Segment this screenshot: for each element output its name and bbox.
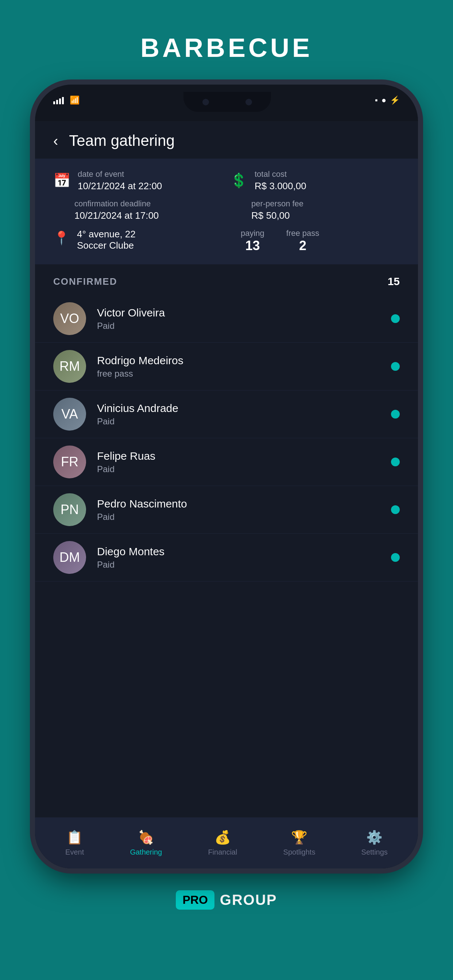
date-text: date of event 10/21/2024 at 22:00 — [78, 170, 223, 192]
list-item[interactable]: FRFelipe RuasPaid — [35, 438, 418, 486]
date-block: 📅 date of event 10/21/2024 at 22:00 — [53, 170, 223, 192]
person-name: Victor Oliveira — [97, 307, 380, 319]
total-cost-block: 💲 total cost R$ 3.000,00 — [230, 170, 400, 192]
phone-frame: 📶 ▪ ● ⚡ ‹ Team gathering 📅 — [35, 84, 418, 869]
back-button[interactable]: ‹ — [53, 134, 58, 148]
avatar: VO — [53, 302, 86, 335]
nav-item-event[interactable]: 📋Event — [65, 830, 84, 856]
person-name: Diego Montes — [97, 546, 380, 558]
speaker — [216, 100, 238, 104]
deadline-label: confirmation deadline — [74, 199, 223, 208]
nav-item-financial[interactable]: 💰Financial — [208, 830, 237, 856]
address-col: 📍 4° avenue, 22 Soccer Clube — [53, 229, 212, 253]
avatar: FR — [53, 445, 86, 478]
date-value: 10/21/2024 at 22:00 — [78, 180, 223, 192]
free-pass-label: free pass — [286, 229, 319, 238]
address-row: 📍 4° avenue, 22 Soccer Clube — [53, 229, 212, 251]
person-info: Pedro NascimentoPaid — [97, 498, 380, 522]
person-info: Rodrigo Medeirosfree pass — [97, 355, 380, 379]
person-status: Paid — [97, 321, 380, 331]
total-cost-col: 💲 total cost R$ 3.000,00 — [230, 170, 400, 192]
nav-icon-gathering: 🍖 — [138, 830, 154, 845]
calendar-icon: 📅 — [53, 172, 70, 188]
branding: PRO GROUP — [176, 890, 277, 910]
screen-content: ‹ Team gathering 📅 date of event 10/21/2… — [35, 121, 418, 869]
person-list: VOVictor OliveiraPaidRMRodrigo Medeirosf… — [35, 295, 418, 818]
avatar: PN — [53, 493, 86, 526]
front-camera — [246, 99, 252, 105]
list-item[interactable]: DMDiego MontesPaid — [35, 534, 418, 582]
address-text: 4° avenue, 22 Soccer Clube — [77, 229, 136, 251]
paying-col-group: paying 13 free pass 2 — [220, 229, 400, 253]
status-dot — [391, 314, 400, 323]
nav-label-settings: Settings — [362, 848, 388, 856]
camera-dot — [203, 99, 209, 105]
battery-icon: ▪ — [375, 95, 378, 105]
event-row-1: 📅 date of event 10/21/2024 at 22:00 💲 to… — [53, 170, 400, 192]
battery-area: ▪ ● ⚡ — [375, 95, 400, 105]
confirmed-header: CONFIRMED 15 — [35, 264, 418, 295]
screen-header: ‹ Team gathering — [35, 121, 418, 159]
list-item[interactable]: VOVictor OliveiraPaid — [35, 295, 418, 343]
event-row-3: 📍 4° avenue, 22 Soccer Clube paying 13 — [53, 229, 400, 253]
list-item[interactable]: VAVinicius AndradePaid — [35, 390, 418, 438]
nav-icon-financial: 💰 — [214, 830, 231, 845]
status-dot — [391, 458, 400, 466]
per-person-col: per-person fee R$ 50,00 — [230, 199, 400, 221]
paying-free-row: paying 13 free pass 2 — [241, 229, 400, 253]
event-row-2: confirmation deadline 10/21/2024 at 17:0… — [53, 199, 400, 221]
person-info: Vinicius AndradePaid — [97, 402, 380, 426]
nav-label-spotlights: Spotlights — [283, 848, 316, 856]
date-label: date of event — [78, 170, 223, 179]
wifi-icon: 📶 — [70, 95, 80, 105]
free-pass-value: 2 — [286, 238, 319, 253]
person-name: Pedro Nascimento — [97, 498, 380, 510]
paying-col: paying 13 — [241, 229, 265, 253]
confirmed-label: CONFIRMED — [53, 276, 117, 287]
person-info: Felipe RuasPaid — [97, 450, 380, 474]
total-cost-value: R$ 3.000,00 — [255, 180, 400, 192]
total-cost-text: total cost R$ 3.000,00 — [255, 170, 400, 192]
avatar: DM — [53, 541, 86, 574]
event-info-block: 📅 date of event 10/21/2024 at 22:00 💲 to… — [35, 159, 418, 264]
per-person-label: per-person fee — [251, 199, 400, 208]
status-dot — [391, 553, 400, 562]
page-title: BARBECUE — [140, 33, 313, 63]
address-line1: 4° avenue, 22 — [77, 229, 136, 240]
status-dot — [391, 362, 400, 371]
free-pass-col: free pass 2 — [286, 229, 319, 253]
list-item[interactable]: RMRodrigo Medeirosfree pass — [35, 343, 418, 390]
person-name: Felipe Ruas — [97, 450, 380, 462]
paying-value: 13 — [241, 238, 265, 253]
bottom-nav: 📋Event🍖Gathering💰Financial🏆Spotlights⚙️S… — [35, 818, 418, 869]
notch — [183, 92, 271, 112]
dot-icon: ● — [381, 95, 386, 105]
confirmed-count: 15 — [388, 275, 400, 288]
nav-item-spotlights[interactable]: 🏆Spotlights — [283, 830, 316, 856]
status-dot — [391, 505, 400, 514]
list-item[interactable]: PNPedro NascimentoPaid — [35, 486, 418, 534]
screen-title: Team gathering — [69, 132, 175, 150]
total-cost-label: total cost — [255, 170, 400, 179]
person-status: free pass — [97, 369, 380, 379]
address-line2: Soccer Clube — [77, 240, 136, 251]
person-status: Paid — [97, 560, 380, 570]
person-info: Diego MontesPaid — [97, 546, 380, 570]
nav-icon-spotlights: 🏆 — [291, 830, 308, 845]
nav-label-event: Event — [65, 848, 84, 856]
nav-label-financial: Financial — [208, 848, 237, 856]
flash-icon: ⚡ — [390, 95, 400, 105]
nav-icon-event: 📋 — [66, 830, 83, 845]
nav-item-settings[interactable]: ⚙️Settings — [362, 830, 388, 856]
date-col: 📅 date of event 10/21/2024 at 22:00 — [53, 170, 223, 192]
deadline-col: confirmation deadline 10/21/2024 at 17:0… — [53, 199, 223, 221]
location-icon: 📍 — [53, 231, 70, 246]
avatar: VA — [53, 398, 86, 431]
person-name: Vinicius Andrade — [97, 402, 380, 415]
nav-icon-settings: ⚙️ — [366, 830, 383, 845]
nav-item-gathering[interactable]: 🍖Gathering — [130, 830, 162, 856]
per-person-value: R$ 50,00 — [251, 210, 400, 221]
dollar-icon: 💲 — [230, 172, 247, 188]
signal-area: 📶 — [53, 95, 80, 105]
nav-label-gathering: Gathering — [130, 848, 162, 856]
